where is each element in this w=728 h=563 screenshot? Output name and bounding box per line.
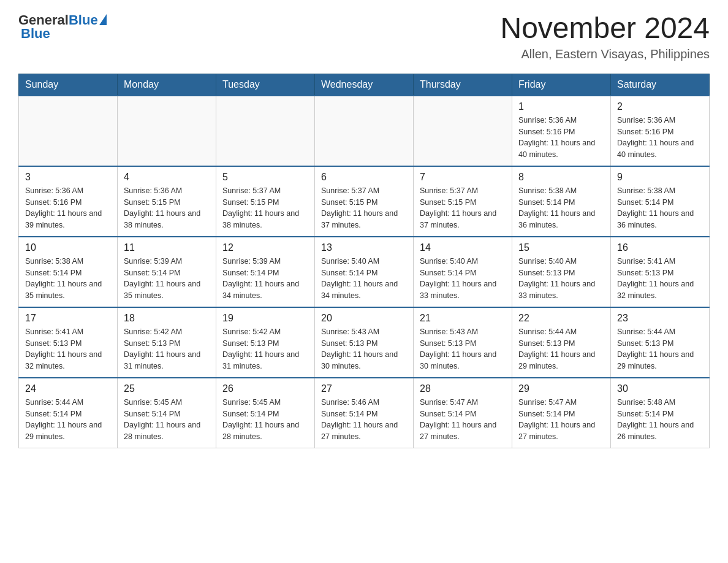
day-info: Sunrise: 5:40 AM Sunset: 5:14 PM Dayligh… — [321, 256, 407, 302]
calendar-day-cell: 1Sunrise: 5:36 AM Sunset: 5:16 PM Daylig… — [512, 96, 611, 166]
day-info: Sunrise: 5:42 AM Sunset: 5:13 PM Dayligh… — [222, 326, 308, 372]
logo-triangle-icon — [99, 14, 107, 25]
calendar-day-cell: 21Sunrise: 5:43 AM Sunset: 5:13 PM Dayli… — [414, 307, 512, 378]
day-info: Sunrise: 5:39 AM Sunset: 5:14 PM Dayligh… — [124, 256, 210, 302]
day-info: Sunrise: 5:45 AM Sunset: 5:14 PM Dayligh… — [222, 397, 308, 443]
calendar-day-cell: 13Sunrise: 5:40 AM Sunset: 5:14 PM Dayli… — [315, 237, 414, 307]
calendar-day-cell: 4Sunrise: 5:36 AM Sunset: 5:15 PM Daylig… — [118, 166, 216, 237]
day-number: 13 — [321, 242, 407, 253]
location-subtitle: Allen, Eastern Visayas, Philippines — [500, 47, 710, 61]
day-info: Sunrise: 5:47 AM Sunset: 5:14 PM Dayligh… — [420, 397, 506, 443]
calendar-day-cell: 15Sunrise: 5:40 AM Sunset: 5:13 PM Dayli… — [512, 237, 611, 307]
day-number: 15 — [518, 242, 604, 253]
calendar-week-row: 10Sunrise: 5:38 AM Sunset: 5:14 PM Dayli… — [19, 237, 710, 307]
day-info: Sunrise: 5:37 AM Sunset: 5:15 PM Dayligh… — [420, 185, 506, 231]
day-number: 14 — [420, 242, 506, 253]
day-number: 24 — [25, 383, 111, 394]
calendar-day-cell — [118, 96, 216, 166]
calendar-day-cell: 5Sunrise: 5:37 AM Sunset: 5:15 PM Daylig… — [216, 166, 315, 237]
calendar-day-header: Friday — [512, 74, 611, 96]
day-number: 11 — [124, 242, 210, 253]
calendar-day-cell: 27Sunrise: 5:46 AM Sunset: 5:14 PM Dayli… — [315, 378, 414, 448]
day-info: Sunrise: 5:44 AM Sunset: 5:14 PM Dayligh… — [25, 397, 111, 443]
calendar-day-cell: 22Sunrise: 5:44 AM Sunset: 5:13 PM Dayli… — [512, 307, 611, 378]
calendar-day-cell: 20Sunrise: 5:43 AM Sunset: 5:13 PM Dayli… — [315, 307, 414, 378]
calendar-day-cell: 10Sunrise: 5:38 AM Sunset: 5:14 PM Dayli… — [19, 237, 118, 307]
day-number: 9 — [617, 172, 703, 183]
calendar-day-cell: 23Sunrise: 5:44 AM Sunset: 5:13 PM Dayli… — [611, 307, 710, 378]
day-number: 29 — [518, 383, 604, 394]
day-info: Sunrise: 5:41 AM Sunset: 5:13 PM Dayligh… — [617, 256, 703, 302]
day-number: 16 — [617, 242, 703, 253]
calendar-day-cell: 9Sunrise: 5:38 AM Sunset: 5:14 PM Daylig… — [611, 166, 710, 237]
calendar-header-row: SundayMondayTuesdayWednesdayThursdayFrid… — [19, 74, 710, 96]
day-number: 22 — [518, 313, 604, 324]
day-info: Sunrise: 5:37 AM Sunset: 5:15 PM Dayligh… — [321, 185, 407, 231]
day-info: Sunrise: 5:36 AM Sunset: 5:15 PM Dayligh… — [124, 185, 210, 231]
calendar-day-header: Tuesday — [216, 74, 315, 96]
calendar-day-header: Sunday — [19, 74, 118, 96]
logo-blue-text: Blue — [69, 12, 98, 28]
day-info: Sunrise: 5:40 AM Sunset: 5:14 PM Dayligh… — [420, 256, 506, 302]
day-info: Sunrise: 5:42 AM Sunset: 5:13 PM Dayligh… — [124, 326, 210, 372]
calendar-day-cell: 26Sunrise: 5:45 AM Sunset: 5:14 PM Dayli… — [216, 378, 315, 448]
calendar-day-cell: 25Sunrise: 5:45 AM Sunset: 5:14 PM Dayli… — [118, 378, 216, 448]
calendar-day-cell: 30Sunrise: 5:48 AM Sunset: 5:14 PM Dayli… — [611, 378, 710, 448]
calendar-day-cell — [216, 96, 315, 166]
day-info: Sunrise: 5:40 AM Sunset: 5:13 PM Dayligh… — [518, 256, 604, 302]
day-info: Sunrise: 5:48 AM Sunset: 5:14 PM Dayligh… — [617, 397, 703, 443]
day-info: Sunrise: 5:41 AM Sunset: 5:13 PM Dayligh… — [25, 326, 111, 372]
month-year-title: November 2024 — [500, 12, 710, 45]
calendar-day-cell: 18Sunrise: 5:42 AM Sunset: 5:13 PM Dayli… — [118, 307, 216, 378]
day-info: Sunrise: 5:43 AM Sunset: 5:13 PM Dayligh… — [321, 326, 407, 372]
calendar-day-cell: 3Sunrise: 5:36 AM Sunset: 5:16 PM Daylig… — [19, 166, 118, 237]
calendar-day-cell: 8Sunrise: 5:38 AM Sunset: 5:14 PM Daylig… — [512, 166, 611, 237]
day-info: Sunrise: 5:39 AM Sunset: 5:14 PM Dayligh… — [222, 256, 308, 302]
calendar-week-row: 17Sunrise: 5:41 AM Sunset: 5:13 PM Dayli… — [19, 307, 710, 378]
day-info: Sunrise: 5:36 AM Sunset: 5:16 PM Dayligh… — [25, 185, 111, 231]
day-number: 26 — [222, 383, 308, 394]
calendar-day-cell: 17Sunrise: 5:41 AM Sunset: 5:13 PM Dayli… — [19, 307, 118, 378]
calendar-week-row: 3Sunrise: 5:36 AM Sunset: 5:16 PM Daylig… — [19, 166, 710, 237]
day-number: 3 — [25, 172, 111, 183]
calendar-day-cell: 29Sunrise: 5:47 AM Sunset: 5:14 PM Dayli… — [512, 378, 611, 448]
calendar-day-cell — [315, 96, 414, 166]
logo: General Blue Blue — [18, 12, 107, 42]
calendar-table: SundayMondayTuesdayWednesdayThursdayFrid… — [18, 74, 710, 448]
day-number: 19 — [222, 313, 308, 324]
calendar-day-cell: 19Sunrise: 5:42 AM Sunset: 5:13 PM Dayli… — [216, 307, 315, 378]
day-number: 25 — [124, 383, 210, 394]
calendar-day-cell: 2Sunrise: 5:36 AM Sunset: 5:16 PM Daylig… — [611, 96, 710, 166]
calendar-day-header: Saturday — [611, 74, 710, 96]
calendar-day-cell — [414, 96, 512, 166]
day-info: Sunrise: 5:37 AM Sunset: 5:15 PM Dayligh… — [222, 185, 308, 231]
day-info: Sunrise: 5:38 AM Sunset: 5:14 PM Dayligh… — [617, 185, 703, 231]
day-info: Sunrise: 5:36 AM Sunset: 5:16 PM Dayligh… — [518, 115, 604, 161]
logo-blue-underline: Blue — [18, 26, 50, 42]
day-number: 1 — [518, 101, 604, 112]
day-number: 20 — [321, 313, 407, 324]
calendar-week-row: 24Sunrise: 5:44 AM Sunset: 5:14 PM Dayli… — [19, 378, 710, 448]
page-header: General Blue Blue November 2024 Allen, E… — [18, 12, 710, 61]
calendar-day-cell: 12Sunrise: 5:39 AM Sunset: 5:14 PM Dayli… — [216, 237, 315, 307]
day-number: 6 — [321, 172, 407, 183]
day-info: Sunrise: 5:47 AM Sunset: 5:14 PM Dayligh… — [518, 397, 604, 443]
day-number: 17 — [25, 313, 111, 324]
day-number: 7 — [420, 172, 506, 183]
calendar-day-cell: 28Sunrise: 5:47 AM Sunset: 5:14 PM Dayli… — [414, 378, 512, 448]
calendar-day-header: Thursday — [414, 74, 512, 96]
day-info: Sunrise: 5:38 AM Sunset: 5:14 PM Dayligh… — [518, 185, 604, 231]
calendar-day-cell: 14Sunrise: 5:40 AM Sunset: 5:14 PM Dayli… — [414, 237, 512, 307]
day-info: Sunrise: 5:44 AM Sunset: 5:13 PM Dayligh… — [617, 326, 703, 372]
day-number: 8 — [518, 172, 604, 183]
day-number: 10 — [25, 242, 111, 253]
day-info: Sunrise: 5:45 AM Sunset: 5:14 PM Dayligh… — [124, 397, 210, 443]
day-info: Sunrise: 5:36 AM Sunset: 5:16 PM Dayligh… — [617, 115, 703, 161]
calendar-week-row: 1Sunrise: 5:36 AM Sunset: 5:16 PM Daylig… — [19, 96, 710, 166]
day-number: 2 — [617, 101, 703, 112]
calendar-day-cell: 7Sunrise: 5:37 AM Sunset: 5:15 PM Daylig… — [414, 166, 512, 237]
day-number: 21 — [420, 313, 506, 324]
calendar-day-header: Wednesday — [315, 74, 414, 96]
calendar-day-cell: 11Sunrise: 5:39 AM Sunset: 5:14 PM Dayli… — [118, 237, 216, 307]
calendar-day-cell: 16Sunrise: 5:41 AM Sunset: 5:13 PM Dayli… — [611, 237, 710, 307]
